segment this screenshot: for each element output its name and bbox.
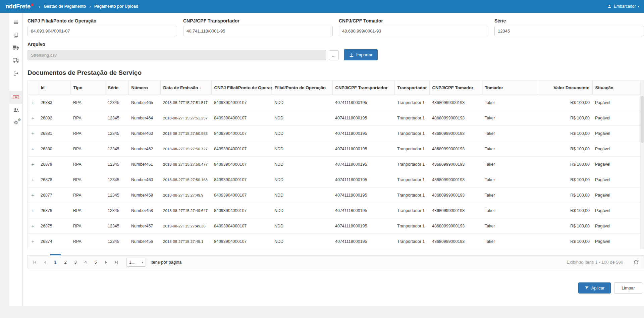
column-tomador[interactable]: Tomador	[482, 81, 537, 95]
cell-valor: R$ 100,00	[537, 234, 592, 249]
column-tipo[interactable]: Tipo	[70, 81, 105, 95]
pager-page-5[interactable]: 5	[91, 258, 100, 267]
cell-cnpj_tomador: 48680999000193	[429, 95, 482, 110]
cell-numero: Number459	[128, 188, 160, 203]
apply-button-label: Aplicar	[591, 285, 605, 290]
cell-filial: NDD	[272, 110, 332, 126]
table-row: +26874RPA12345Number4562018-08-27T15:27:…	[28, 234, 644, 249]
cell-tipo: RPA	[70, 234, 105, 249]
pager-last-button[interactable]	[112, 258, 120, 267]
settings-icon[interactable]: ⚙⚙	[9, 116, 22, 129]
pager-previous-button[interactable]	[41, 258, 49, 267]
column-cnpj-transportador[interactable]: CNPJ/CPF Transportador	[332, 81, 394, 95]
serie-input[interactable]	[494, 26, 644, 36]
cell-cnpj_filial: 84093904000107	[211, 141, 272, 157]
cell-cnpj_filial: 84093904000107	[211, 188, 272, 203]
file-row: ... Importar	[28, 49, 644, 60]
breadcrumb-gestao-de-pagamento[interactable]: Gestão de Pagamento	[44, 4, 86, 9]
cell-cnpj_tomador: 48680999000193	[429, 126, 482, 141]
cell-cnpj_tomador: 48680999000193	[429, 218, 482, 234]
cell-filial: NDD	[272, 172, 332, 188]
app-logo[interactable]: nddFrete	[5, 3, 34, 10]
cell-transportador: Tranportador 1	[394, 110, 429, 126]
browse-button[interactable]: ...	[329, 50, 339, 60]
pager-page-4[interactable]: 4	[81, 258, 90, 267]
row-expand-icon[interactable]: +	[28, 110, 38, 126]
apply-button[interactable]: Aplicar	[578, 282, 611, 294]
cell-tipo: RPA	[70, 203, 105, 218]
cell-emissao: 2018-08-27T15:27:49.36	[160, 218, 211, 234]
users-icon[interactable]	[9, 104, 22, 116]
row-expand-icon[interactable]: +	[28, 157, 38, 172]
logout-icon[interactable]	[9, 67, 22, 80]
pager-first-button[interactable]	[31, 258, 39, 267]
pager: 12345 1... ▾ itens por página Exibindo i…	[28, 255, 644, 269]
cell-cnpj_tomador: 48680999000193	[429, 110, 482, 126]
column-valor-documento[interactable]: Valor Documento	[537, 81, 592, 95]
page-size-select[interactable]: 1... ▾	[126, 258, 146, 267]
pager-page-3[interactable]: 3	[71, 258, 80, 267]
row-expand-icon[interactable]: +	[28, 188, 38, 203]
column-filial[interactable]: Filial/Ponto de Operação	[272, 81, 332, 95]
sort-descending-icon: ↓	[199, 86, 201, 90]
row-expand-icon[interactable]: +	[28, 218, 38, 234]
documents-icon[interactable]	[9, 29, 22, 41]
cell-numero: Number456	[128, 234, 160, 249]
file-field: Arquivo	[28, 42, 326, 47]
row-expand-icon[interactable]: +	[28, 172, 38, 188]
cell-valor: R$ 100,00	[537, 110, 592, 126]
cell-filial: NDD	[272, 218, 332, 234]
cnpj-filial-input[interactable]	[28, 26, 177, 36]
clear-button[interactable]: Limpar	[614, 282, 642, 294]
row-expand-icon[interactable]: +	[28, 141, 38, 157]
arquivo-input[interactable]	[28, 50, 326, 60]
column-transportador[interactable]: Transportador	[394, 81, 429, 95]
cell-tomador: Taker	[482, 157, 537, 172]
footer-actions: Aplicar Limpar	[28, 282, 644, 294]
pager-next-button[interactable]	[102, 258, 110, 267]
column-id[interactable]: Id	[38, 81, 70, 95]
filter-field-serie: Série	[494, 13, 644, 36]
cnpj-transportador-label: CNPJ/CPF Transportador	[183, 18, 333, 23]
column-situacao[interactable]: Situação	[592, 81, 644, 95]
import-button[interactable]: Importar	[344, 49, 378, 60]
cell-situacao: Pagável	[592, 126, 644, 141]
filter-field-cnpj-tomador: CNPJ/CPF Tomador	[339, 13, 488, 36]
cell-valor: R$ 100,00	[537, 126, 592, 141]
cell-transportador: Tranportador 1	[394, 126, 429, 141]
truck-icon[interactable]	[9, 41, 22, 54]
column-cnpj-tomador[interactable]: CNPJ/CPF Tomador	[429, 81, 482, 95]
breadcrumb: › Gestão de Pagamento › Pagamento por Up…	[39, 4, 139, 9]
pager-page-2[interactable]: 2	[61, 258, 70, 267]
cnpj-tomador-input[interactable]	[339, 26, 488, 36]
cnpj-transportador-input[interactable]	[183, 26, 333, 36]
menu-toggle-icon[interactable]	[9, 16, 22, 29]
vertical-scrollbar[interactable]	[640, 81, 644, 249]
column-serie[interactable]: Série	[105, 81, 128, 95]
user-menu[interactable]: Embarcador ▾	[607, 4, 639, 9]
row-expand-icon[interactable]: +	[28, 234, 38, 249]
row-expand-icon[interactable]: +	[28, 126, 38, 141]
cell-tomador: Taker	[482, 95, 537, 110]
table-row: +26878RPA12345Number4602018-08-27T15:27:…	[28, 172, 644, 188]
row-expand-icon[interactable]: +	[28, 95, 38, 110]
scrollbar-thumb[interactable]	[641, 96, 644, 143]
row-expand-icon[interactable]: +	[28, 203, 38, 218]
cell-cnpj_filial: 84093904000107	[211, 172, 272, 188]
pager-page-1[interactable]: 1	[51, 258, 60, 267]
cell-filial: NDD	[272, 95, 332, 110]
column-expand	[28, 81, 38, 95]
chevron-down-icon: ▾	[142, 261, 143, 264]
pager-summary: Exibindo itens 1 - 100 de 500	[567, 260, 623, 265]
payment-icon[interactable]	[9, 91, 22, 104]
refresh-icon[interactable]	[633, 259, 639, 265]
column-data-emissao[interactable]: Data de Emissão↓	[160, 81, 211, 95]
cell-cnpj_transportador: 40741118000195	[332, 188, 394, 203]
cell-cnpj_tomador: 48680999000193	[429, 141, 482, 157]
table-row: +26877RPA12345Number4592018-08-27T15:27:…	[28, 188, 644, 203]
delivery-truck-icon[interactable]	[9, 54, 22, 67]
table-row: +26881RPA12345Number4632018-08-27T15:27:…	[28, 126, 644, 141]
column-numero[interactable]: Número	[128, 81, 160, 95]
column-cnpj-filial[interactable]: CNPJ Filial/Ponto de Operaç...	[211, 81, 272, 95]
breadcrumb-pagamento-por-upload[interactable]: Pagamento por Upload	[94, 4, 138, 9]
